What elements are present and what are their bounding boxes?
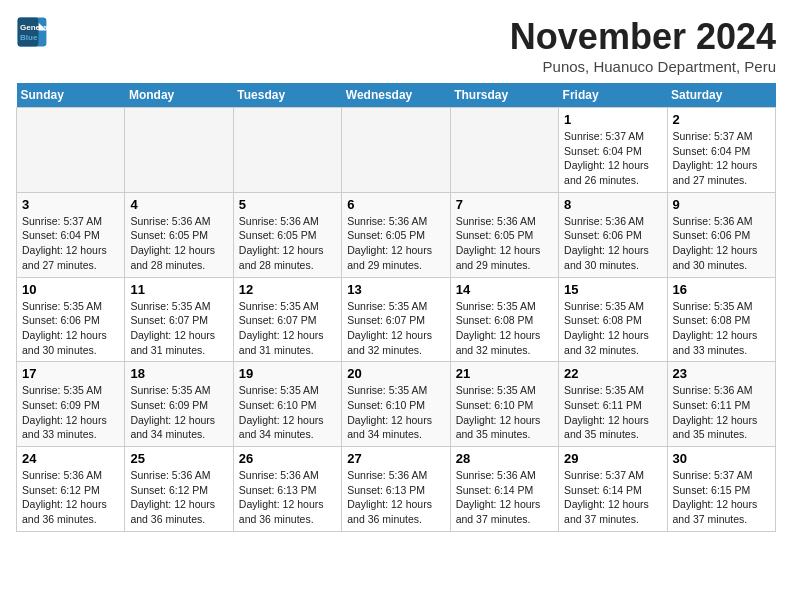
day-info: Sunrise: 5:36 AM Sunset: 6:11 PM Dayligh… — [673, 383, 770, 442]
day-cell: 14Sunrise: 5:35 AM Sunset: 6:08 PM Dayli… — [450, 277, 558, 362]
day-cell: 16Sunrise: 5:35 AM Sunset: 6:08 PM Dayli… — [667, 277, 775, 362]
month-title: November 2024 — [510, 16, 776, 58]
day-number: 18 — [130, 366, 227, 381]
day-cell: 3Sunrise: 5:37 AM Sunset: 6:04 PM Daylig… — [17, 192, 125, 277]
day-number: 29 — [564, 451, 661, 466]
day-number: 2 — [673, 112, 770, 127]
location-subtitle: Punos, Huanuco Department, Peru — [510, 58, 776, 75]
day-cell: 11Sunrise: 5:35 AM Sunset: 6:07 PM Dayli… — [125, 277, 233, 362]
calendar-header: SundayMondayTuesdayWednesdayThursdayFrid… — [17, 83, 776, 108]
day-cell: 2Sunrise: 5:37 AM Sunset: 6:04 PM Daylig… — [667, 108, 775, 193]
day-info: Sunrise: 5:37 AM Sunset: 6:14 PM Dayligh… — [564, 468, 661, 527]
day-info: Sunrise: 5:36 AM Sunset: 6:14 PM Dayligh… — [456, 468, 553, 527]
day-info: Sunrise: 5:35 AM Sunset: 6:07 PM Dayligh… — [347, 299, 444, 358]
day-number: 17 — [22, 366, 119, 381]
day-number: 1 — [564, 112, 661, 127]
day-cell: 23Sunrise: 5:36 AM Sunset: 6:11 PM Dayli… — [667, 362, 775, 447]
day-number: 27 — [347, 451, 444, 466]
day-cell: 24Sunrise: 5:36 AM Sunset: 6:12 PM Dayli… — [17, 447, 125, 532]
week-row-1: 1Sunrise: 5:37 AM Sunset: 6:04 PM Daylig… — [17, 108, 776, 193]
day-cell: 25Sunrise: 5:36 AM Sunset: 6:12 PM Dayli… — [125, 447, 233, 532]
svg-text:General: General — [20, 23, 48, 32]
day-number: 24 — [22, 451, 119, 466]
day-info: Sunrise: 5:35 AM Sunset: 6:10 PM Dayligh… — [239, 383, 336, 442]
day-info: Sunrise: 5:35 AM Sunset: 6:09 PM Dayligh… — [22, 383, 119, 442]
day-number: 13 — [347, 282, 444, 297]
header-row: SundayMondayTuesdayWednesdayThursdayFrid… — [17, 83, 776, 108]
day-info: Sunrise: 5:37 AM Sunset: 6:15 PM Dayligh… — [673, 468, 770, 527]
calendar-table: SundayMondayTuesdayWednesdayThursdayFrid… — [16, 83, 776, 532]
week-row-4: 17Sunrise: 5:35 AM Sunset: 6:09 PM Dayli… — [17, 362, 776, 447]
day-number: 11 — [130, 282, 227, 297]
day-cell: 1Sunrise: 5:37 AM Sunset: 6:04 PM Daylig… — [559, 108, 667, 193]
day-info: Sunrise: 5:37 AM Sunset: 6:04 PM Dayligh… — [22, 214, 119, 273]
day-number: 20 — [347, 366, 444, 381]
day-cell: 15Sunrise: 5:35 AM Sunset: 6:08 PM Dayli… — [559, 277, 667, 362]
day-cell: 19Sunrise: 5:35 AM Sunset: 6:10 PM Dayli… — [233, 362, 341, 447]
day-info: Sunrise: 5:37 AM Sunset: 6:04 PM Dayligh… — [673, 129, 770, 188]
day-number: 30 — [673, 451, 770, 466]
day-cell — [125, 108, 233, 193]
page-header: General Blue November 2024 Punos, Huanuc… — [16, 16, 776, 75]
day-info: Sunrise: 5:35 AM Sunset: 6:11 PM Dayligh… — [564, 383, 661, 442]
day-number: 26 — [239, 451, 336, 466]
day-number: 12 — [239, 282, 336, 297]
day-number: 23 — [673, 366, 770, 381]
day-number: 28 — [456, 451, 553, 466]
day-number: 21 — [456, 366, 553, 381]
svg-text:Blue: Blue — [20, 33, 38, 42]
header-cell-friday: Friday — [559, 83, 667, 108]
day-cell: 26Sunrise: 5:36 AM Sunset: 6:13 PM Dayli… — [233, 447, 341, 532]
day-cell: 6Sunrise: 5:36 AM Sunset: 6:05 PM Daylig… — [342, 192, 450, 277]
day-cell: 28Sunrise: 5:36 AM Sunset: 6:14 PM Dayli… — [450, 447, 558, 532]
header-cell-saturday: Saturday — [667, 83, 775, 108]
day-cell: 12Sunrise: 5:35 AM Sunset: 6:07 PM Dayli… — [233, 277, 341, 362]
day-info: Sunrise: 5:36 AM Sunset: 6:05 PM Dayligh… — [239, 214, 336, 273]
day-number: 22 — [564, 366, 661, 381]
header-cell-monday: Monday — [125, 83, 233, 108]
day-number: 6 — [347, 197, 444, 212]
calendar-body: 1Sunrise: 5:37 AM Sunset: 6:04 PM Daylig… — [17, 108, 776, 532]
day-info: Sunrise: 5:36 AM Sunset: 6:13 PM Dayligh… — [239, 468, 336, 527]
header-cell-sunday: Sunday — [17, 83, 125, 108]
day-cell: 10Sunrise: 5:35 AM Sunset: 6:06 PM Dayli… — [17, 277, 125, 362]
day-cell: 9Sunrise: 5:36 AM Sunset: 6:06 PM Daylig… — [667, 192, 775, 277]
header-cell-tuesday: Tuesday — [233, 83, 341, 108]
day-cell: 22Sunrise: 5:35 AM Sunset: 6:11 PM Dayli… — [559, 362, 667, 447]
logo-icon: General Blue — [16, 16, 48, 48]
day-cell — [17, 108, 125, 193]
day-cell: 30Sunrise: 5:37 AM Sunset: 6:15 PM Dayli… — [667, 447, 775, 532]
day-info: Sunrise: 5:35 AM Sunset: 6:10 PM Dayligh… — [347, 383, 444, 442]
day-cell: 20Sunrise: 5:35 AM Sunset: 6:10 PM Dayli… — [342, 362, 450, 447]
day-number: 16 — [673, 282, 770, 297]
day-info: Sunrise: 5:36 AM Sunset: 6:06 PM Dayligh… — [673, 214, 770, 273]
day-number: 5 — [239, 197, 336, 212]
day-cell: 4Sunrise: 5:36 AM Sunset: 6:05 PM Daylig… — [125, 192, 233, 277]
week-row-2: 3Sunrise: 5:37 AM Sunset: 6:04 PM Daylig… — [17, 192, 776, 277]
day-info: Sunrise: 5:37 AM Sunset: 6:04 PM Dayligh… — [564, 129, 661, 188]
day-info: Sunrise: 5:35 AM Sunset: 6:07 PM Dayligh… — [130, 299, 227, 358]
day-number: 4 — [130, 197, 227, 212]
day-number: 14 — [456, 282, 553, 297]
day-cell: 17Sunrise: 5:35 AM Sunset: 6:09 PM Dayli… — [17, 362, 125, 447]
title-area: November 2024 Punos, Huanuco Department,… — [510, 16, 776, 75]
day-cell: 8Sunrise: 5:36 AM Sunset: 6:06 PM Daylig… — [559, 192, 667, 277]
day-info: Sunrise: 5:35 AM Sunset: 6:09 PM Dayligh… — [130, 383, 227, 442]
day-cell: 18Sunrise: 5:35 AM Sunset: 6:09 PM Dayli… — [125, 362, 233, 447]
logo: General Blue — [16, 16, 48, 48]
day-info: Sunrise: 5:35 AM Sunset: 6:06 PM Dayligh… — [22, 299, 119, 358]
day-info: Sunrise: 5:35 AM Sunset: 6:08 PM Dayligh… — [673, 299, 770, 358]
day-cell: 27Sunrise: 5:36 AM Sunset: 6:13 PM Dayli… — [342, 447, 450, 532]
week-row-3: 10Sunrise: 5:35 AM Sunset: 6:06 PM Dayli… — [17, 277, 776, 362]
day-cell — [342, 108, 450, 193]
day-number: 8 — [564, 197, 661, 212]
day-info: Sunrise: 5:35 AM Sunset: 6:10 PM Dayligh… — [456, 383, 553, 442]
day-number: 19 — [239, 366, 336, 381]
day-info: Sunrise: 5:36 AM Sunset: 6:13 PM Dayligh… — [347, 468, 444, 527]
day-cell: 13Sunrise: 5:35 AM Sunset: 6:07 PM Dayli… — [342, 277, 450, 362]
day-cell: 29Sunrise: 5:37 AM Sunset: 6:14 PM Dayli… — [559, 447, 667, 532]
day-info: Sunrise: 5:36 AM Sunset: 6:05 PM Dayligh… — [456, 214, 553, 273]
day-info: Sunrise: 5:36 AM Sunset: 6:05 PM Dayligh… — [130, 214, 227, 273]
day-info: Sunrise: 5:36 AM Sunset: 6:06 PM Dayligh… — [564, 214, 661, 273]
day-number: 25 — [130, 451, 227, 466]
